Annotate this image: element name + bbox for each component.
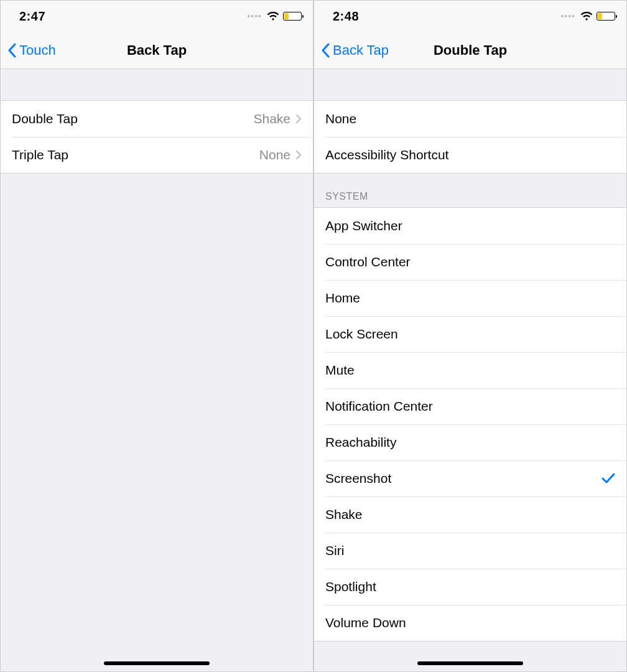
option-row-shake[interactable]: Shake bbox=[314, 497, 626, 533]
content-area: NoneAccessibility Shortcut SYSTEM App Sw… bbox=[314, 69, 626, 671]
wifi-icon bbox=[580, 12, 593, 21]
option-row-app-switcher[interactable]: App Switcher bbox=[314, 208, 626, 244]
option-row-accessibility-shortcut[interactable]: Accessibility Shortcut bbox=[314, 137, 626, 173]
back-label: Back Tap bbox=[333, 42, 389, 58]
row-label: Mute bbox=[325, 363, 355, 378]
tap-options-group: Double Tap Shake Triple Tap None bbox=[1, 100, 313, 174]
phone-screen-back-tap: 2:47 •••• Touch Back Tap Doubl bbox=[0, 0, 314, 672]
status-bar: 2:47 •••• bbox=[1, 1, 313, 32]
row-double-tap[interactable]: Double Tap Shake bbox=[1, 101, 313, 137]
row-label: Shake bbox=[325, 507, 363, 522]
row-label: App Switcher bbox=[325, 218, 402, 233]
option-row-mute[interactable]: Mute bbox=[314, 352, 626, 388]
option-row-none[interactable]: None bbox=[314, 101, 626, 137]
system-options-group: App SwitcherControl CenterHomeLock Scree… bbox=[314, 207, 626, 642]
phone-screen-double-tap: 2:48 •••• Back Tap Double Tap NoneAccess… bbox=[314, 0, 627, 672]
nav-bar: Touch Back Tap bbox=[1, 32, 313, 69]
option-row-volume-down[interactable]: Volume Down bbox=[314, 605, 626, 641]
option-row-home[interactable]: Home bbox=[314, 280, 626, 316]
option-row-notification-center[interactable]: Notification Center bbox=[314, 388, 626, 424]
option-row-reachability[interactable]: Reachability bbox=[314, 424, 626, 460]
row-triple-tap[interactable]: Triple Tap None bbox=[1, 137, 313, 173]
row-label: Home bbox=[325, 291, 360, 306]
nav-title: Back Tap bbox=[127, 42, 187, 58]
row-value: Shake bbox=[253, 111, 302, 126]
row-label: None bbox=[325, 111, 356, 126]
battery-icon bbox=[597, 12, 615, 21]
checkmark-icon bbox=[601, 473, 615, 484]
status-indicators: •••• bbox=[560, 11, 615, 21]
row-label: Lock Screen bbox=[325, 327, 398, 342]
wifi-icon bbox=[267, 12, 279, 21]
option-row-screenshot[interactable]: Screenshot bbox=[314, 460, 626, 497]
row-label: Screenshot bbox=[325, 471, 391, 486]
back-label: Touch bbox=[19, 42, 56, 58]
chevron-right-icon bbox=[295, 114, 302, 124]
chevron-left-icon bbox=[7, 43, 17, 58]
row-label: Volume Down bbox=[325, 615, 406, 630]
option-row-control-center[interactable]: Control Center bbox=[314, 244, 626, 280]
row-label: Triple Tap bbox=[12, 147, 68, 162]
row-label: Accessibility Shortcut bbox=[325, 147, 448, 162]
row-label: Notification Center bbox=[325, 399, 433, 414]
row-label: Reachability bbox=[325, 435, 396, 450]
row-label: Siri bbox=[325, 543, 344, 558]
nav-bar: Back Tap Double Tap bbox=[314, 32, 626, 69]
row-label: Spotlight bbox=[325, 579, 376, 594]
top-options-group: NoneAccessibility Shortcut bbox=[314, 100, 626, 174]
option-row-spotlight[interactable]: Spotlight bbox=[314, 569, 626, 605]
status-bar: 2:48 •••• bbox=[314, 1, 626, 32]
dots-icon: •••• bbox=[247, 11, 262, 21]
option-row-lock-screen[interactable]: Lock Screen bbox=[314, 316, 626, 352]
chevron-right-icon bbox=[295, 150, 302, 160]
option-row-siri[interactable]: Siri bbox=[314, 533, 626, 569]
battery-icon bbox=[283, 12, 302, 21]
back-button[interactable]: Back Tap bbox=[314, 42, 389, 58]
status-time: 2:48 bbox=[333, 9, 359, 24]
nav-title: Double Tap bbox=[434, 42, 507, 58]
back-button[interactable]: Touch bbox=[1, 42, 56, 58]
content-area: Double Tap Shake Triple Tap None bbox=[1, 69, 313, 671]
home-indicator[interactable] bbox=[104, 661, 210, 665]
dots-icon: •••• bbox=[560, 11, 575, 21]
row-value: None bbox=[259, 147, 302, 162]
chevron-left-icon bbox=[320, 43, 330, 58]
section-header-system: SYSTEM bbox=[314, 174, 626, 207]
row-label: Control Center bbox=[325, 254, 411, 269]
status-time: 2:47 bbox=[19, 9, 45, 24]
status-indicators: •••• bbox=[247, 11, 302, 21]
row-label: Double Tap bbox=[12, 111, 78, 126]
home-indicator[interactable] bbox=[417, 661, 523, 665]
